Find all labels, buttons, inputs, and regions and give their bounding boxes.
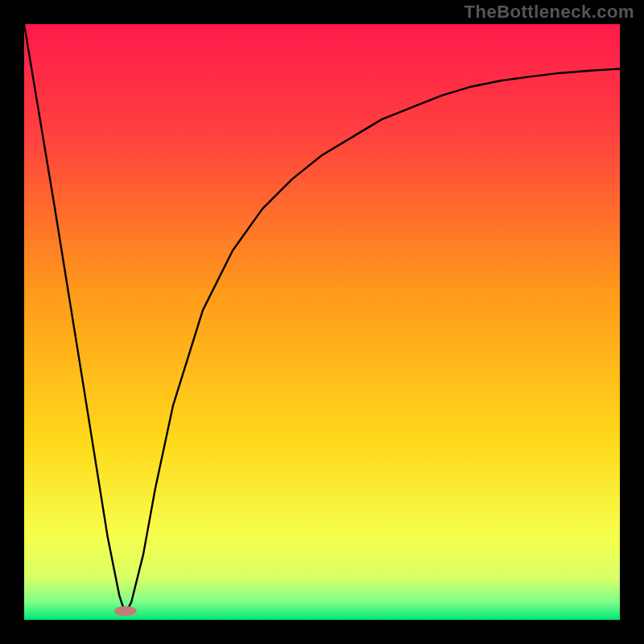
optimal-marker [114,606,137,616]
plot-area [24,24,620,620]
gradient-background [24,24,620,620]
watermark-text: TheBottleneck.com [464,2,634,23]
chart-frame: TheBottleneck.com [0,0,644,644]
chart-svg [24,24,620,620]
